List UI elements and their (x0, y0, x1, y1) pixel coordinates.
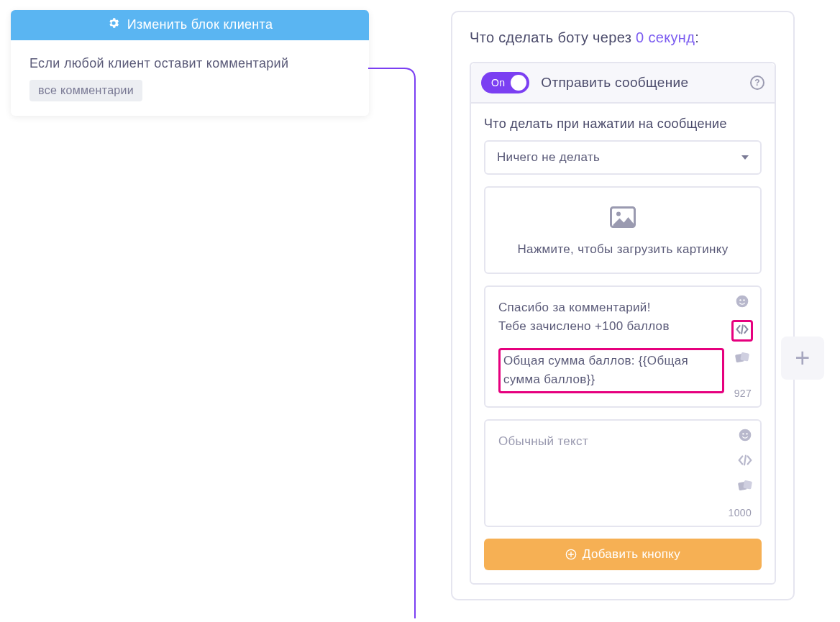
add-step-button[interactable]: + (781, 337, 824, 380)
plus-circle-icon (565, 549, 577, 560)
message-textarea-1[interactable]: Спасибо за комментарий! Тебе зачислено +… (484, 285, 762, 408)
gear-icon (107, 17, 120, 33)
action-title: Отправить сообщение (541, 75, 750, 91)
help-icon[interactable]: ? (750, 76, 764, 90)
flow-connector (368, 65, 455, 618)
panel-title-suffix: : (695, 29, 699, 45)
msg1-line2: Тебе зачислено +100 баллов (498, 317, 724, 336)
plus-icon: + (795, 343, 810, 373)
action-body: Что делать при нажатии на сообщение Ниче… (471, 104, 775, 583)
dice-icon[interactable] (734, 350, 750, 369)
message-textarea-2[interactable]: Обычный текст 1000 (484, 419, 762, 527)
panel-title: Что сделать боту через 0 секунд: (470, 29, 776, 46)
msg2-char-count: 1000 (729, 507, 752, 518)
msg1-tools (731, 294, 753, 369)
dice-icon[interactable] (737, 478, 753, 497)
image-icon (610, 206, 636, 228)
svg-point-3 (739, 299, 741, 301)
chevron-down-icon (741, 155, 749, 160)
delay-seconds[interactable]: 0 секунд (636, 29, 695, 45)
msg1-char-count: 927 (734, 388, 752, 399)
edit-client-block-button[interactable]: Изменить блок клиента (11, 10, 369, 40)
toggle-knob (511, 75, 526, 91)
svg-point-1 (616, 212, 621, 216)
add-button-label: Добавить кнопку (583, 547, 680, 562)
action-toggle[interactable]: On (481, 72, 529, 93)
msg1-line1: Спасибо за комментарий! (498, 298, 724, 317)
code-variable-icon[interactable] (731, 320, 753, 342)
send-message-action: On Отправить сообщение ? Что делать при … (470, 62, 776, 585)
msg2-tools (737, 428, 753, 497)
msg1-variable-highlight: Общая сумма баллов: {{Общая сумма баллов… (498, 348, 724, 393)
image-upload-area[interactable]: Нажмите, чтобы загрузить картинку (484, 186, 762, 274)
code-variable-icon[interactable] (737, 454, 753, 470)
emoji-icon[interactable] (735, 294, 749, 311)
client-block-card: Изменить блок клиента Если любой клиент … (11, 10, 369, 116)
select-value: Ничего не делать (497, 150, 600, 165)
trigger-filter-tag[interactable]: все комментарии (29, 80, 142, 101)
action-header: On Отправить сообщение ? (471, 63, 775, 104)
svg-point-7 (739, 429, 752, 441)
toggle-label: On (491, 77, 505, 88)
on-press-select[interactable]: Ничего не делать (484, 140, 762, 175)
svg-point-8 (742, 433, 744, 434)
emoji-icon[interactable] (738, 428, 752, 445)
client-block-body: Если любой клиент оставит комментарий вс… (11, 40, 369, 116)
svg-rect-11 (743, 480, 752, 489)
trigger-description: Если любой клиент оставит комментарий (29, 56, 350, 71)
edit-client-block-label: Изменить блок клиента (127, 17, 273, 32)
svg-rect-6 (740, 352, 749, 362)
add-button-button[interactable]: Добавить кнопку (484, 539, 762, 570)
upload-label: Нажмите, чтобы загрузить картинку (493, 242, 753, 257)
svg-point-4 (743, 299, 744, 301)
msg2-placeholder: Обычный текст (498, 432, 724, 451)
svg-point-9 (746, 433, 747, 434)
panel-title-prefix: Что сделать боту через (470, 29, 636, 45)
svg-point-2 (736, 296, 749, 308)
on-press-label: Что делать при нажатии на сообщение (484, 116, 762, 132)
bot-action-panel: Что сделать боту через 0 секунд: On Отпр… (451, 11, 795, 600)
